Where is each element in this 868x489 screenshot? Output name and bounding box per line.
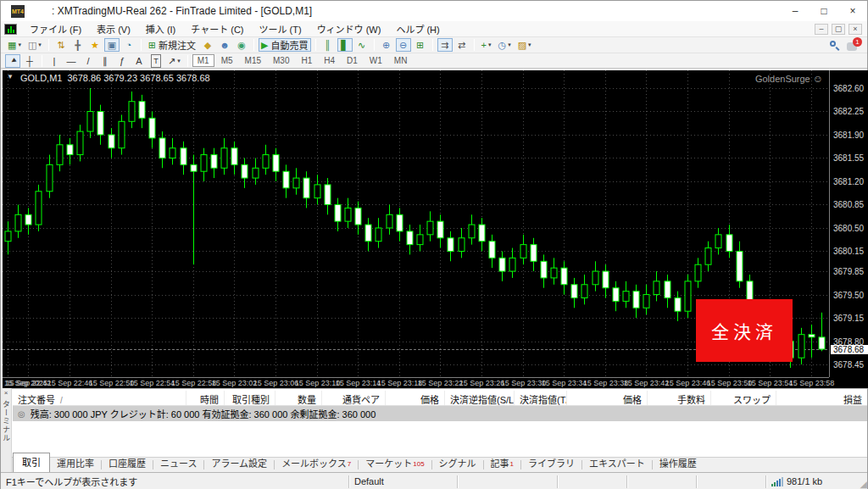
tab-0[interactable]: 取引 (13, 453, 50, 472)
title-bar: MT4 : XMTradingMU-Real 262 - FinTrade Li… (1, 1, 867, 21)
timeframe-m15[interactable]: M15 (240, 54, 266, 67)
tab-1[interactable]: 運用比率 (50, 454, 101, 472)
menu-item-5[interactable]: ウィンドウ (W) (309, 20, 389, 37)
dropdown-caret-icon[interactable]: ▾ (177, 58, 181, 64)
resize-grip[interactable]: ◢ (855, 473, 867, 489)
search-icon[interactable] (829, 40, 840, 51)
line-chart-button[interactable]: ∿ (354, 38, 370, 52)
trendline-button[interactable]: / (81, 54, 96, 68)
menu-item-1[interactable]: 表示 (V) (89, 20, 138, 37)
zoom-out-button[interactable]: ⊖ (396, 38, 411, 52)
metaeditor-button[interactable]: ◆ (200, 38, 215, 52)
timeframe-m1[interactable]: M1 (192, 54, 214, 67)
column-header-3[interactable]: 数量 (275, 391, 322, 405)
autotrading-button[interactable]: ▶自動売買 (259, 38, 310, 52)
column-header-10[interactable]: スワップ (711, 391, 776, 405)
tab-5[interactable]: メールボックス7 (275, 454, 358, 472)
menu-item-0[interactable]: ファイル (F) (22, 20, 89, 37)
minimize-button[interactable]: – (781, 1, 810, 21)
navigator-button[interactable]: ★ (87, 38, 103, 52)
dropdown-caret-icon[interactable]: ▾ (18, 42, 21, 48)
crosshair-icon: ┼ (26, 55, 33, 67)
symbol-dropdown-icon[interactable]: ▼ (7, 73, 14, 83)
indicators-button[interactable]: +▾ (479, 38, 494, 52)
close-all-button[interactable]: 全決済 (696, 299, 793, 362)
tab-9[interactable]: ライブラリ (521, 454, 581, 472)
website-button[interactable]: ◉ (234, 38, 249, 52)
label-button[interactable]: T (148, 54, 164, 68)
column-header-2[interactable]: 取引種別 (225, 391, 275, 405)
price-axis[interactable]: 3682.603682.253681.903681.553681.203680.… (829, 70, 868, 377)
shapes-button[interactable]: ↗▾ (165, 54, 183, 68)
horizontal-line-button[interactable]: — (64, 54, 79, 68)
close-button[interactable]: × (838, 1, 867, 21)
timeframe-h1[interactable]: H1 (296, 54, 317, 67)
equidistant-channel-button[interactable]: ∥ (97, 54, 113, 68)
balance-text: 残高: 300 000 JPY クレジット計: 60 000 有効証拠金: 36… (31, 407, 376, 420)
profiles-button[interactable]: ◫▾ (25, 38, 44, 52)
timeframe-d1[interactable]: D1 (342, 54, 363, 67)
timeframe-m30[interactable]: M30 (268, 54, 294, 67)
text-button[interactable]: A (131, 54, 147, 68)
tab-7[interactable]: シグナル (432, 454, 483, 472)
time-axis[interactable]: 15 Sep 202515 Sep 22:4215 Sep 22:4615 Se… (3, 377, 829, 388)
zoom-in-button[interactable]: ⊕ (379, 38, 394, 52)
label-icon: T (151, 54, 161, 68)
timeframe-h4[interactable]: H4 (319, 54, 340, 67)
menu-item-6[interactable]: ヘルプ (H) (388, 20, 447, 37)
vertical-line-button[interactable]: | (47, 54, 62, 68)
tile-windows-button[interactable]: ⊞ (413, 38, 428, 52)
timeframe-mn[interactable]: MN (389, 54, 413, 67)
menu-item-4[interactable]: ツール (T) (252, 20, 309, 37)
dropdown-caret-icon[interactable]: ▾ (488, 42, 492, 48)
new-order-button[interactable]: ⊞新規注文 (146, 38, 198, 52)
tab-3[interactable]: ニュース (153, 454, 203, 472)
chart-shift-button[interactable]: ⇄ (454, 38, 470, 52)
tab-6[interactable]: マーケット105 (359, 454, 431, 472)
maximize-button[interactable]: □ (810, 1, 838, 21)
market-watch-button[interactable]: ⇅ (53, 38, 69, 52)
new-chart-button[interactable]: ▦▾ (5, 38, 24, 52)
auto-scroll-button[interactable]: ⇉ (437, 38, 453, 52)
terminal-close-icon[interactable]: × (1, 388, 11, 397)
column-header-0[interactable]: 注文番号/ (13, 391, 186, 405)
child-minimize-button[interactable]: – (815, 24, 828, 35)
cursor-button[interactable]: ▲ (5, 54, 20, 68)
status-profile[interactable]: Default (348, 475, 457, 488)
dropdown-caret-icon[interactable]: ▾ (38, 42, 42, 48)
child-restore-button[interactable]: ▢ (832, 24, 845, 35)
dropdown-caret-icon[interactable]: ▾ (528, 42, 531, 48)
column-header-8[interactable]: 価格 (567, 391, 648, 405)
column-header-4[interactable]: 通貨ペア (322, 391, 386, 405)
column-header-7[interactable]: 決済指値(T/P) (515, 391, 567, 405)
tab-10[interactable]: エキスパート (582, 454, 652, 472)
tab-2[interactable]: 口座履歴 (102, 454, 153, 472)
dropdown-caret-icon[interactable]: ▾ (508, 42, 511, 48)
terminal-button[interactable]: ▣ (104, 38, 120, 52)
ea-smiley-icon[interactable]: ☺ (813, 73, 823, 85)
tab-4[interactable]: アラーム設定 (204, 454, 274, 472)
column-header-11[interactable]: 損益 (776, 391, 867, 405)
timeframe-w1[interactable]: W1 (364, 54, 387, 67)
periods-button[interactable]: ◷▾ (496, 38, 514, 52)
menu-item-3[interactable]: チャート (C) (183, 20, 251, 37)
bar-chart-button[interactable]: ║ (320, 38, 336, 52)
community-button[interactable]: ☻ (217, 38, 232, 52)
column-header-5[interactable]: 価格 (386, 391, 445, 405)
strategy-tester-button[interactable]: ◔ (121, 38, 136, 52)
templates-button[interactable]: ▨▾ (515, 38, 534, 52)
column-header-9[interactable]: 手数料 (648, 391, 711, 405)
child-close-button[interactable]: × (849, 24, 862, 35)
time-label: 15 Sep 23:10 (295, 379, 341, 387)
column-header-6[interactable]: 決済逆指値(S/L) (445, 391, 515, 405)
menu-item-2[interactable]: 挿入 (I) (138, 20, 183, 37)
column-header-1[interactable]: 時間 (186, 391, 225, 405)
fibonacci-button[interactable]: ƒ (114, 54, 130, 68)
data-window-button[interactable]: ╋ (70, 38, 86, 52)
tab-8[interactable]: 記事1 (484, 454, 520, 472)
candlestick-button[interactable]: ▋ (337, 38, 353, 52)
notifications-icon[interactable]: 1 (847, 40, 860, 51)
crosshair-button[interactable]: ┼ (22, 54, 37, 68)
timeframe-m5[interactable]: M5 (216, 54, 238, 67)
tab-11[interactable]: 操作履歴 (653, 454, 704, 472)
